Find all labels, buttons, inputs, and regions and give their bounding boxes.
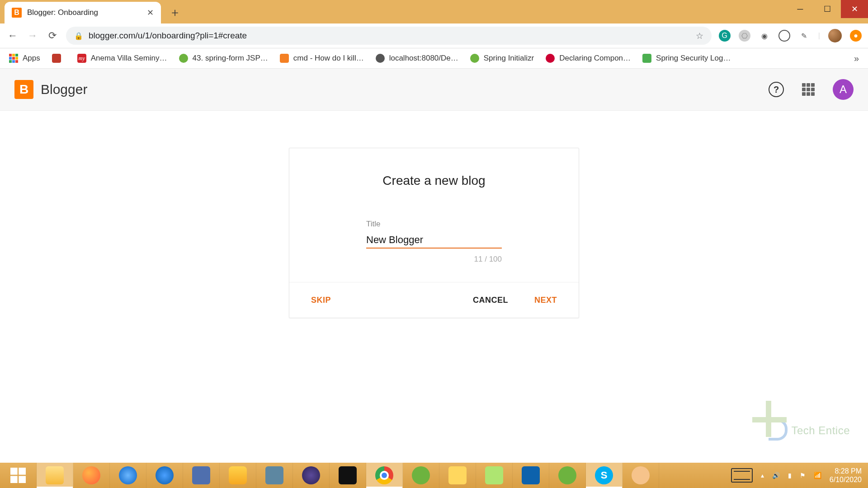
skip-button[interactable]: SKIP	[311, 296, 331, 305]
taskbar-sticky[interactable]	[439, 463, 476, 488]
taskbar-npp[interactable]	[476, 463, 513, 488]
window-titlebar: B Blogger: Onboarding ✕ ＋ ─ ☐ ✕	[0, 0, 868, 23]
extension-icon[interactable]: ⎔	[739, 30, 750, 42]
watermark-logo-icon	[750, 401, 787, 437]
window-close-button[interactable]: ✕	[841, 0, 868, 18]
network-icon[interactable]: 📶	[814, 472, 821, 479]
sticky-notes-icon	[448, 466, 467, 484]
bookmark-icon	[546, 54, 555, 63]
spring-icon	[412, 466, 430, 484]
tab-title: Blogger: Onboarding	[27, 8, 142, 17]
start-button[interactable]	[0, 463, 37, 488]
title-input[interactable]	[366, 232, 502, 249]
bookmark-item[interactable]: cmd - How do I kill…	[280, 54, 364, 63]
keyboard-icon	[192, 466, 210, 484]
mysql-icon	[265, 466, 283, 484]
bookmark-item[interactable]: myAnema Villa Seminy…	[77, 54, 167, 63]
browser-tab[interactable]: B Blogger: Onboarding ✕	[5, 2, 161, 23]
taskbar-mysql[interactable]	[256, 463, 293, 488]
dialog-heading: Create a new blog	[315, 174, 553, 188]
blogger-header: B Blogger ? A	[0, 69, 868, 111]
apps-label: Apps	[23, 54, 40, 63]
svg-rect-3	[19, 476, 26, 483]
eclipse-icon	[302, 466, 320, 484]
bookmark-item[interactable]: Spring Security Log…	[642, 54, 731, 63]
bookmark-item[interactable]: Spring Initializr	[470, 54, 534, 63]
window-maximize-button[interactable]: ☐	[814, 0, 841, 18]
google-apps-icon[interactable]	[802, 83, 815, 96]
taskbar-sts[interactable]	[549, 463, 586, 488]
target-icon[interactable]	[778, 30, 790, 42]
blogger-brand: Blogger	[41, 82, 87, 97]
taskbar-xampp[interactable]	[220, 463, 256, 488]
create-blog-dialog: Create a new blog Title 11 / 100 SKIP CA…	[289, 148, 579, 318]
browser-toolbar: ← → ⟳ 🔒 blogger.com/u/1/onboarding?pli=1…	[0, 23, 868, 48]
apps-shortcut[interactable]: Apps	[9, 54, 40, 63]
new-tab-button[interactable]: ＋	[167, 5, 183, 20]
nav-back-icon[interactable]: ←	[6, 30, 19, 42]
help-icon[interactable]: ?	[769, 82, 784, 97]
lock-icon: 🔒	[74, 32, 83, 40]
input-indicator-icon[interactable]	[731, 468, 753, 483]
bookmark-item[interactable]: 43. spring-form JSP…	[179, 54, 268, 63]
bookmark-icon	[280, 54, 289, 63]
taskbar-chrome[interactable]	[366, 463, 403, 488]
nav-forward-icon[interactable]: →	[26, 30, 39, 42]
bookmark-icon	[376, 54, 385, 63]
grammarly-icon[interactable]: G	[719, 30, 731, 42]
taskbar-thunderbird[interactable]	[146, 463, 183, 488]
taskbar-spring[interactable]	[403, 463, 439, 488]
svg-rect-1	[19, 468, 26, 475]
nav-reload-icon[interactable]: ⟳	[46, 30, 59, 42]
taskbar-ie[interactable]	[110, 463, 146, 488]
bookmark-star-icon[interactable]: ☆	[696, 31, 703, 41]
taskbar-file-explorer[interactable]	[37, 463, 73, 488]
page-url: blogger.com/u/1/onboarding?pli=1#create	[89, 31, 690, 41]
svg-rect-0	[10, 468, 18, 475]
skype-icon: S	[595, 466, 613, 484]
tray-chevron-up-icon[interactable]: ▴	[761, 472, 764, 479]
flag-icon[interactable]: ⚑	[800, 472, 806, 479]
account-avatar[interactable]: A	[833, 79, 854, 100]
blogger-favicon-icon: B	[12, 8, 22, 18]
bookmark-item[interactable]: localhost:8080/De…	[376, 54, 458, 63]
system-tray: ▴ 🔊 ▮ ⚑ 📶 8:28 PM 6/10/2020	[725, 463, 868, 488]
address-bar[interactable]: 🔒 blogger.com/u/1/onboarding?pli=1#creat…	[66, 27, 712, 45]
xampp-icon	[229, 466, 247, 484]
taskbar-skype[interactable]: S	[586, 463, 623, 488]
profile-avatar-icon[interactable]	[828, 29, 842, 42]
taskbar-eclipse[interactable]	[293, 463, 330, 488]
title-field-label: Title	[366, 220, 502, 229]
internet-explorer-icon	[119, 466, 137, 484]
taskbar-firefox[interactable]	[73, 463, 110, 488]
tab-close-icon[interactable]: ✕	[147, 8, 154, 18]
title-char-counter: 11 / 100	[366, 255, 502, 264]
blogger-logo-icon: B	[14, 80, 33, 99]
extension-indicator-icon[interactable]: ●	[850, 30, 862, 42]
taskbar-mspaint[interactable]	[623, 463, 659, 488]
extension-icons: G ⎔ ◉ ✎ | ●	[719, 29, 862, 42]
chrome-icon	[375, 466, 393, 484]
cancel-button[interactable]: CANCEL	[473, 296, 508, 305]
bookmark-item[interactable]: Declaring Compon…	[546, 54, 631, 63]
taskbar-vscode[interactable]	[513, 463, 549, 488]
shield-icon[interactable]: ◉	[759, 30, 770, 42]
page-content: Create a new blog Title 11 / 100 SKIP CA…	[0, 111, 868, 464]
eyedropper-icon[interactable]: ✎	[798, 30, 810, 42]
bookmarks-bar: Apps myAnema Villa Seminy… 43. spring-fo…	[0, 48, 868, 69]
apps-grid-icon	[9, 54, 18, 63]
battery-icon[interactable]: ▮	[788, 472, 792, 479]
notepadpp-icon	[485, 466, 503, 484]
bookmark-icon	[52, 54, 61, 63]
bookmarks-overflow-icon[interactable]: »	[854, 53, 859, 64]
taskbar-clock[interactable]: 8:28 PM 6/10/2020	[830, 467, 862, 484]
thunderbird-icon	[156, 466, 174, 484]
window-minimize-button[interactable]: ─	[787, 0, 814, 18]
taskbar-osk[interactable]	[183, 463, 220, 488]
taskbar-cmd[interactable]	[330, 463, 366, 488]
next-button[interactable]: NEXT	[534, 296, 557, 305]
spring-tool-icon	[558, 466, 576, 484]
bookmark-icon	[470, 54, 479, 63]
volume-icon[interactable]: 🔊	[772, 472, 780, 479]
bookmark-item[interactable]	[52, 54, 66, 63]
